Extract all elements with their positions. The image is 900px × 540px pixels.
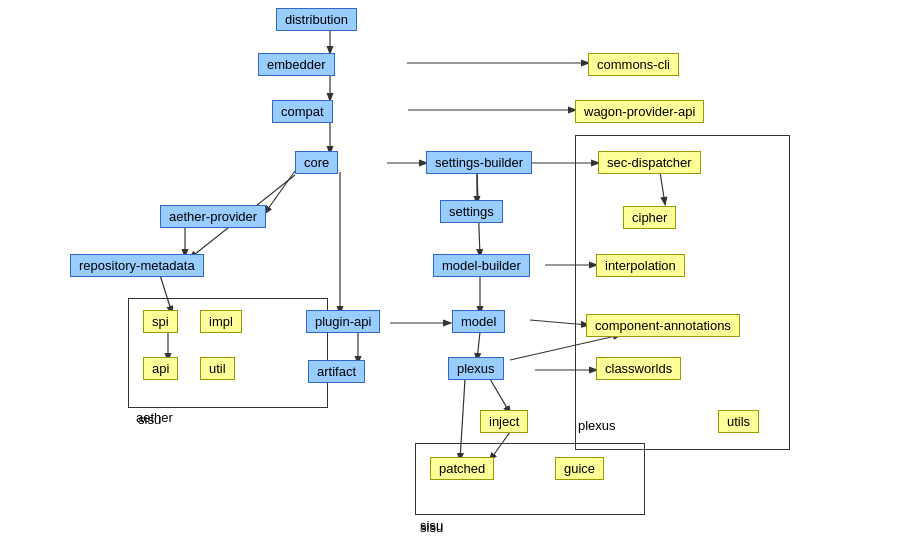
node-inject: inject	[480, 410, 528, 433]
node-commons-cli: commons-cli	[588, 53, 679, 76]
node-embedder: embedder	[258, 53, 335, 76]
node-patched: patched	[430, 457, 494, 480]
node-sec-dispatcher: sec-dispatcher	[598, 151, 701, 174]
svg-line-19	[477, 332, 480, 360]
node-core: core	[295, 151, 338, 174]
node-repository-metadata: repository-metadata	[70, 254, 204, 277]
node-interpolation: interpolation	[596, 254, 685, 277]
node-model: model	[452, 310, 505, 333]
node-wagon-provider-api: wagon-provider-api	[575, 100, 704, 123]
node-classworlds: classworlds	[596, 357, 681, 380]
svg-line-6	[265, 171, 295, 213]
plexus-outer-group	[575, 135, 790, 450]
node-utils: utils	[718, 410, 759, 433]
node-guice: guice	[555, 457, 604, 480]
aether-label-text: aether	[136, 410, 173, 425]
node-aether-provider: aether-provider	[160, 205, 266, 228]
node-compat: compat	[272, 100, 333, 123]
node-plexus: plexus	[448, 357, 504, 380]
node-util: util	[200, 357, 235, 380]
node-distribution: distribution	[276, 8, 357, 31]
svg-line-23	[490, 379, 510, 413]
dependency-diagram: sisu sisu distribution embedder commons-…	[0, 0, 900, 540]
node-settings: settings	[440, 200, 503, 223]
node-model-builder: model-builder	[433, 254, 530, 277]
node-plugin-api: plugin-api	[306, 310, 380, 333]
plexus-label: plexus	[578, 418, 616, 433]
sisu-label-text: sisu	[420, 518, 443, 533]
node-spi: spi	[143, 310, 178, 333]
node-cipher: cipher	[623, 206, 676, 229]
node-impl: impl	[200, 310, 242, 333]
node-api: api	[143, 357, 178, 380]
node-settings-builder: settings-builder	[426, 151, 532, 174]
node-artifact: artifact	[308, 360, 365, 383]
node-component-annotations: component-annotations	[586, 314, 740, 337]
